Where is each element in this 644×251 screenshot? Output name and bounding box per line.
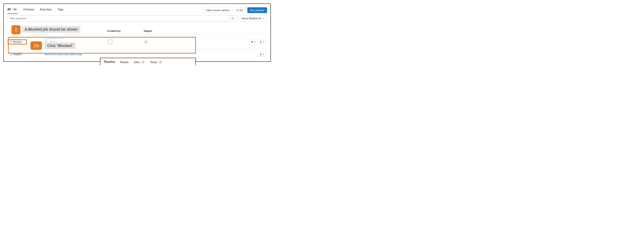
chevron-down-icon [263, 54, 264, 55]
svg-line-8 [11, 42, 12, 42]
svg-point-0 [232, 18, 234, 19]
show-pipeline-id-button[interactable]: Show Pipeline ID [239, 15, 267, 22]
download-icon [260, 53, 262, 55]
search-button[interactable] [229, 16, 236, 21]
tab-all-count: 15 [12, 8, 18, 11]
status-badge-blocked[interactable]: Blocked [8, 40, 23, 44]
pipeline-detail-panel: Pipeline Needs Jobs 1 Tests 0 load_packa… [100, 58, 196, 65]
annotation-step-2a-text: Click "Blocked" [45, 42, 76, 49]
stage-status-icon[interactable] [144, 40, 148, 44]
row-actions [258, 52, 266, 56]
detail-tab-tests[interactable]: Tests 0 [150, 60, 162, 65]
chevron-down-icon [254, 41, 256, 42]
pipeline-title-link[interactable]: Upload New File [44, 37, 107, 40]
clear-caches-button[interactable]: Clear runner caches [203, 7, 232, 13]
pipeline-row-skipped: » Skipped Removed submodule adoxx-pdp [7, 50, 267, 59]
annotation-step-2-text: A Blocked job should be shown [22, 26, 80, 33]
row-actions [250, 40, 266, 44]
filter-row: Show Pipeline ID [7, 15, 267, 22]
svg-line-19 [146, 42, 146, 42]
annotation-step-2a: 2a [30, 42, 42, 50]
status-badge-skipped[interactable]: » Skipped [8, 52, 23, 56]
search-wrap [7, 15, 236, 22]
status-badge-blocked-label: Blocked [13, 40, 21, 43]
show-pipeline-id-label: Show Pipeline ID [242, 17, 261, 20]
svg-line-1 [233, 19, 234, 20]
detail-tab-pipeline[interactable]: Pipeline [104, 60, 115, 65]
gear-icon [145, 41, 147, 43]
download-icon [260, 41, 262, 43]
svg-line-7 [10, 41, 10, 42]
tab-row: All 15 Finished Branches Tags Clear runn… [7, 6, 267, 14]
download-artifacts-button[interactable] [258, 40, 266, 44]
svg-point-2 [10, 42, 11, 42]
detail-tab-jobs[interactable]: Jobs 1 [134, 60, 145, 65]
gear-icon [10, 41, 12, 43]
top-buttons: Clear runner caches CI lint Run pipeline [203, 7, 267, 13]
filter-input[interactable] [8, 16, 229, 21]
chevron-down-icon [263, 18, 264, 19]
creator-avatar[interactable] [107, 39, 113, 45]
svg-line-9 [10, 42, 10, 42]
run-pipeline-button[interactable]: Run pipeline [247, 7, 267, 13]
svg-line-20 [145, 42, 146, 42]
detail-tab-needs[interactable]: Needs [120, 60, 128, 65]
detail-tab-tests-count: 0 [158, 60, 162, 64]
detail-tab-tests-label: Tests [150, 60, 157, 64]
detail-tabs: Pipeline Needs Jobs 1 Tests 0 [100, 58, 195, 65]
tab-all[interactable]: All 15 [7, 6, 18, 14]
tab-all-label: All [7, 8, 11, 11]
detail-tab-jobs-label: Jobs [134, 60, 140, 64]
scope-tabs: All 15 Finished Branches Tags [7, 6, 203, 14]
svg-line-10 [11, 41, 12, 42]
svg-point-13 [146, 42, 146, 42]
chevron-down-icon [263, 41, 264, 42]
skip-icon: » [10, 53, 12, 55]
svg-line-21 [146, 41, 146, 42]
pipeline-title-link[interactable]: Removed submodule adoxx-pdp [44, 53, 107, 56]
detail-tab-jobs-count: 1 [141, 60, 145, 64]
run-manual-button[interactable] [250, 40, 258, 44]
annotation-step-2: 2 [12, 25, 20, 34]
tab-finished[interactable]: Finished [24, 6, 34, 14]
search-icon [231, 17, 234, 20]
status-badge-skipped-label: Skipped [13, 53, 22, 56]
col-createdby-header: Created by [107, 30, 144, 32]
col-stages-header: Stages [144, 30, 266, 32]
tab-branches[interactable]: Branches [40, 6, 52, 14]
svg-line-18 [145, 41, 146, 42]
ci-lint-button[interactable]: CI lint [234, 7, 246, 13]
download-artifacts-button[interactable] [258, 52, 266, 56]
svg-point-12 [46, 41, 46, 42]
tab-tags[interactable]: Tags [58, 6, 64, 14]
play-icon [251, 41, 253, 43]
